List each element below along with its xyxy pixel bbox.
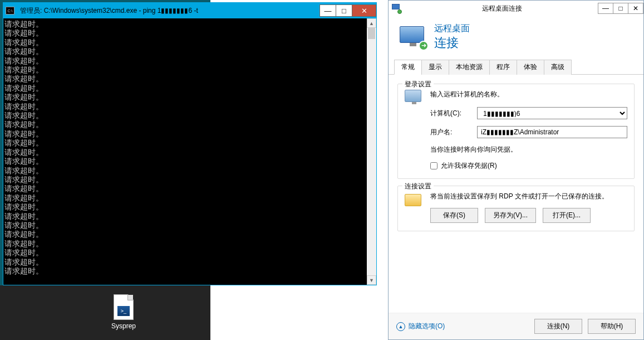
scroll-thumb[interactable]: [368, 28, 375, 39]
cmd-output-line: 请求超时。: [4, 56, 375, 65]
login-group-title: 登录设置: [402, 80, 434, 89]
username-field[interactable]: [477, 126, 627, 138]
connection-settings-group: 连接设置 将当前连接设置保存到 RDP 文件或打开一个已保存的连接。 保存(S)…: [397, 186, 635, 231]
cmd-output-line: 请求超时。: [4, 84, 375, 93]
cmd-output-line: 请求超时。: [4, 102, 375, 111]
cmd-output-line: 请求超时。: [4, 202, 375, 211]
cmd-output-line: 请求超时。: [4, 175, 375, 184]
rdp-window-title: 远程桌面连接: [405, 4, 598, 13]
hide-options-link[interactable]: ▲ 隐藏选项(O): [396, 322, 445, 331]
cmd-output-line: 请求超时。: [4, 111, 375, 120]
save-as-button[interactable]: 另存为(V)...: [485, 208, 536, 223]
computer-label: 计算机(C):: [430, 109, 471, 118]
computer-select[interactable]: 1▮▮▮▮▮▮▮)6: [477, 107, 627, 119]
username-label: 用户名:: [430, 128, 471, 137]
powershell-file-icon: >_: [114, 294, 134, 320]
cmd-title: 管理员: C:\Windows\system32\cmd.exe - ping …: [20, 6, 320, 16]
minimize-button[interactable]: —: [319, 4, 336, 17]
cmd-window: C:\ 管理员: C:\Windows\system32\cmd.exe - p…: [3, 2, 377, 285]
help-button[interactable]: 帮助(H): [588, 319, 636, 334]
cmd-output-line: 请求超时。: [4, 38, 375, 47]
rdp-header-icon: ➜: [400, 26, 426, 48]
maximize-button[interactable]: □: [613, 3, 628, 14]
folder-icon: [405, 192, 424, 207]
cmd-output-line: 请求超时。: [4, 129, 375, 138]
credential-note: 当你连接时将向你询问凭据。: [430, 145, 627, 154]
save-credentials-label: 允许我保存凭据(R): [441, 161, 497, 171]
tab-programs[interactable]: 程序: [489, 60, 517, 75]
tab-local-resources[interactable]: 本地资源: [449, 60, 490, 75]
cmd-output-line: 请求超时。: [4, 20, 375, 28]
tab-general[interactable]: 常规: [394, 60, 422, 75]
tab-experience[interactable]: 体验: [517, 60, 544, 75]
maximize-button[interactable]: □: [336, 4, 352, 17]
login-desc: 输入远程计算机的名称。: [430, 90, 627, 99]
rdp-tabs: 常规显示本地资源程序体验高级: [389, 59, 643, 75]
conn-group-title: 连接设置: [402, 182, 434, 191]
cmd-output-line: 请求超时。: [4, 93, 375, 101]
cmd-output-line: 请求超时。: [4, 138, 375, 147]
cmd-output-line: 请求超时。: [4, 266, 375, 275]
login-settings-group: 登录设置 输入远程计算机的名称。 计算机(C): 1▮▮▮▮▮▮▮)6 用户名:…: [397, 84, 635, 179]
save-button[interactable]: 保存(S): [430, 208, 478, 223]
minimize-button[interactable]: —: [598, 3, 613, 14]
scroll-up-button[interactable]: ▲: [367, 18, 376, 28]
desktop-area: >_ Sysprep: [0, 285, 210, 340]
close-button[interactable]: ✕: [352, 4, 376, 17]
cmd-output-line: 请求超时。: [4, 157, 375, 166]
cmd-output-line: 请求超时。: [4, 221, 375, 230]
cmd-output-line: 请求超时。: [4, 239, 375, 248]
cmd-output-line: 请求超时。: [4, 166, 375, 175]
rdp-body: 登录设置 输入远程计算机的名称。 计算机(C): 1▮▮▮▮▮▮▮)6 用户名:…: [389, 75, 643, 247]
sysprep-label: Sysprep: [106, 322, 141, 330]
cmd-output-line: 请求超时。: [4, 65, 375, 74]
rdp-footer: ▲ 隐藏选项(O) 连接(N) 帮助(H): [389, 313, 643, 339]
rdp-titlebar[interactable]: 远程桌面连接 — □ ✕: [389, 1, 643, 16]
rdp-header-line1: 远程桌面: [434, 23, 470, 35]
cmd-output-line: 请求超时。: [4, 74, 375, 83]
chevron-up-icon: ▲: [396, 322, 405, 331]
cmd-output-line: 请求超时。: [4, 258, 375, 266]
cmd-output-line: 请求超时。: [4, 193, 375, 202]
cmd-output-line: 请求超时。: [4, 120, 375, 129]
cmd-output-line: 请求超时。: [4, 230, 375, 239]
cmd-output-line: 请求超时。: [4, 248, 375, 257]
cmd-output-line: 请求超时。: [4, 184, 375, 193]
rdp-window: 远程桌面连接 — □ ✕ ➜ 远程桌面 连接 常规显示本地资源程序体验高级 登录…: [388, 0, 644, 340]
cmd-icon: C:\: [6, 7, 14, 14]
save-credentials-checkbox[interactable]: [430, 162, 437, 169]
scroll-down-button[interactable]: ▼: [367, 275, 376, 285]
rdp-header-line2: 连接: [434, 35, 470, 51]
cmd-output-line: 请求超时。: [4, 148, 375, 157]
rdp-app-icon: [392, 4, 401, 13]
sysprep-shortcut[interactable]: >_ Sysprep: [106, 294, 141, 330]
cmd-scrollbar[interactable]: ▲ ▼: [367, 18, 376, 285]
cmd-titlebar[interactable]: C:\ 管理员: C:\Windows\system32\cmd.exe - p…: [3, 3, 376, 18]
conn-desc: 将当前连接设置保存到 RDP 文件或打开一个已保存的连接。: [430, 192, 627, 201]
connect-button[interactable]: 连接(N): [534, 319, 582, 334]
open-button[interactable]: 打开(E)...: [543, 208, 591, 223]
tab-display[interactable]: 显示: [421, 60, 449, 75]
cmd-output-line: 请求超时。: [4, 212, 375, 221]
tab-advanced[interactable]: 高级: [544, 60, 572, 75]
cmd-output: 请求超时。请求超时。请求超时。请求超时。请求超时。请求超时。请求超时。请求超时。…: [3, 18, 376, 285]
rdp-header: ➜ 远程桌面 连接: [389, 16, 643, 59]
computer-icon: [405, 90, 424, 106]
cmd-output-line: 请求超时。: [4, 47, 375, 56]
cmd-output-line: 请求超时。: [4, 28, 375, 37]
close-button[interactable]: ✕: [628, 3, 643, 14]
hide-options-label: 隐藏选项(O): [409, 322, 445, 331]
